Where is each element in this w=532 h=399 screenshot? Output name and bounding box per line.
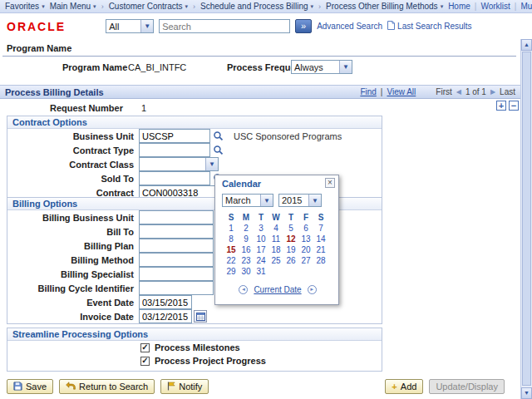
return-arrow-icon [66, 382, 76, 392]
breadcrumb-schedule-process-billing[interactable]: Schedule and Process Billing ▾ [200, 2, 313, 11]
calendar-day-25[interactable]: 25 [268, 255, 283, 266]
vertical-scrollbar[interactable]: ▲ ▼ [520, 39, 532, 399]
billing-business-unit-input[interactable] [139, 210, 214, 224]
notify-label: Notify [179, 382, 202, 392]
bill-to-label: Bill To [7, 227, 134, 237]
process-milestones-checkbox[interactable] [140, 343, 150, 352]
favorites-menu[interactable]: Favorites ▾ [5, 2, 45, 11]
view-all-link[interactable]: View All [387, 87, 416, 96]
calendar-day-21[interactable]: 21 [313, 244, 328, 255]
business-unit-row: Business Unit USC Sponsored Programs [7, 129, 382, 143]
add-row-button[interactable]: + [496, 101, 506, 111]
calendar-day-10[interactable]: 10 [254, 234, 268, 244]
calendar-day-7[interactable]: 7 [313, 223, 328, 234]
event-date-input[interactable] [139, 295, 192, 309]
calendar-day-4[interactable]: 4 [268, 223, 283, 234]
calendar-prompt-icon[interactable] [194, 310, 207, 323]
main-menu[interactable]: Main Menu ▾ [50, 2, 96, 11]
current-date-link[interactable]: Current Date [254, 285, 301, 294]
business-unit-description: USC Sponsored Programs [234, 131, 342, 141]
calendar-day-30[interactable]: 30 [239, 266, 254, 277]
add-button[interactable]: + Add [385, 379, 423, 394]
sold-to-input[interactable] [139, 171, 210, 185]
calendar-day-15[interactable]: 15 [224, 244, 239, 255]
calendar-day-13[interactable]: 13 [298, 234, 313, 244]
breadcrumb-label: Customer Contracts [109, 2, 183, 11]
advanced-search-label: Advanced Search [317, 22, 382, 31]
calendar-day-16[interactable]: 16 [239, 244, 254, 255]
lookup-icon[interactable] [213, 145, 225, 156]
next-month-icon[interactable]: ► [308, 285, 317, 294]
calendar-day-18[interactable]: 18 [268, 244, 283, 255]
calendar-day-24[interactable]: 24 [254, 255, 268, 266]
calendar-day-20[interactable]: 20 [298, 244, 313, 255]
calendar-day-19[interactable]: 19 [283, 244, 298, 255]
update-display-button[interactable]: Update/Display [429, 379, 505, 394]
billing-method-input[interactable] [139, 253, 214, 267]
previous-row-icon[interactable]: ◀ [456, 88, 461, 96]
first-label: First [436, 87, 451, 96]
multichannel-console-link[interactable]: MultiChannel Console [520, 2, 532, 11]
calendar-day-8[interactable]: 8 [224, 234, 239, 244]
notify-button[interactable]: Notify [160, 379, 209, 394]
contract-class-select[interactable]: ▼ [139, 157, 219, 171]
save-button[interactable]: Save [7, 379, 53, 394]
calendar-day-22[interactable]: 22 [224, 255, 239, 266]
calendar-day-17[interactable]: 17 [254, 244, 268, 255]
bill-to-input[interactable] [139, 224, 214, 239]
calendar-year-select[interactable]: 2015 ▼ [278, 194, 322, 207]
search-scope-select[interactable]: All ▼ [106, 19, 154, 33]
calendar-month-select[interactable]: March ▼ [222, 194, 273, 207]
invoice-date-input[interactable] [139, 309, 192, 323]
calendar-day-31[interactable]: 31 [254, 266, 268, 277]
search-input[interactable] [159, 19, 290, 33]
breadcrumb-process-other-billing[interactable]: Process Other Billing Methods ▾ [326, 2, 443, 11]
calendar-day-26[interactable]: 26 [283, 255, 298, 266]
billing-specialist-input[interactable] [139, 267, 214, 281]
billing-cycle-identifier-input[interactable] [139, 281, 214, 295]
process-frequency-select[interactable]: Always ▼ [291, 60, 352, 74]
contract-type-input[interactable] [139, 143, 210, 157]
process-frequency-value: Always [294, 62, 323, 72]
process-project-progress-checkbox[interactable] [140, 357, 150, 366]
worklist-link[interactable]: Worklist [480, 2, 510, 11]
calendar-day-29[interactable]: 29 [224, 266, 239, 277]
calendar-day-2[interactable]: 2 [239, 223, 254, 234]
calendar-day-5[interactable]: 5 [283, 223, 298, 234]
close-icon[interactable]: × [325, 178, 335, 188]
breadcrumb-separator-icon: › [193, 2, 195, 11]
calendar-day-28[interactable]: 28 [313, 255, 328, 266]
breadcrumb-customer-contracts[interactable]: Customer Contracts ▾ [109, 2, 188, 11]
scroll-down-icon[interactable]: ▼ [521, 387, 532, 399]
calendar-day-3[interactable]: 3 [254, 223, 268, 234]
calendar-day-27[interactable]: 27 [298, 255, 313, 266]
delete-row-button[interactable]: − [509, 101, 519, 111]
calendar-day-6[interactable]: 6 [298, 223, 313, 234]
scroll-up-icon[interactable]: ▲ [521, 39, 532, 51]
calendar-day-12[interactable]: 12 [283, 234, 298, 244]
search-go-button[interactable]: » [295, 19, 312, 33]
calendar-day-11[interactable]: 11 [268, 234, 283, 244]
calendar-day-9[interactable]: 9 [239, 234, 254, 244]
calendar-day-23[interactable]: 23 [239, 255, 254, 266]
link-separator: | [515, 2, 517, 11]
bottom-toolbar: Save Return to Search Notify + Add Updat… [0, 377, 532, 397]
billing-plan-input[interactable] [139, 239, 214, 253]
find-link[interactable]: Find [360, 87, 376, 96]
previous-month-icon[interactable]: ◄ [239, 285, 248, 294]
business-unit-label: Business Unit [7, 131, 134, 141]
next-row-icon[interactable]: ▶ [490, 88, 495, 96]
return-to-search-button[interactable]: Return to Search [59, 379, 155, 394]
calendar-day-14[interactable]: 14 [313, 234, 328, 244]
home-link[interactable]: Home [448, 2, 470, 11]
search-bar: All ▼ » Advanced Search Last Search Resu… [106, 19, 471, 33]
last-search-results-link[interactable]: Last Search Results [387, 21, 472, 32]
lookup-icon[interactable] [213, 131, 225, 142]
calendar-day-1[interactable]: 1 [224, 223, 239, 234]
request-number-row: Request Number 1 [0, 103, 146, 113]
advanced-search-link[interactable]: Advanced Search [317, 22, 382, 31]
scrollbar-thumb[interactable] [522, 52, 531, 386]
main-menu-label: Main Menu [50, 2, 91, 11]
business-unit-input[interactable] [139, 129, 210, 143]
calendar-day-header: S [313, 212, 328, 223]
